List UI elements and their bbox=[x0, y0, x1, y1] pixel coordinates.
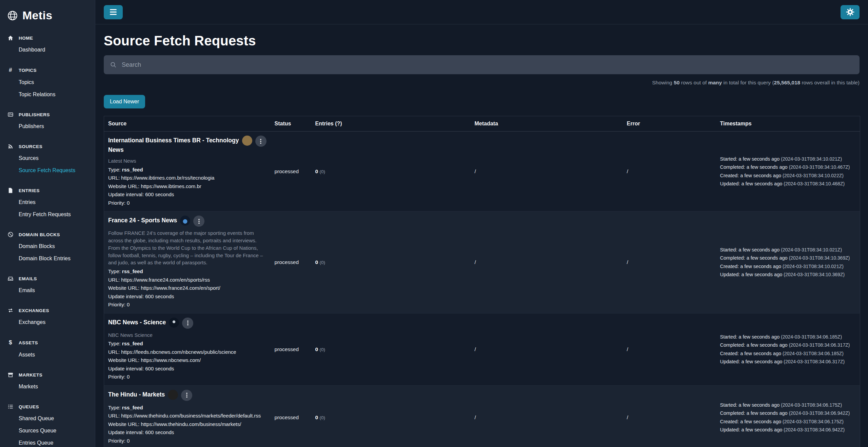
sidebar-item-dashboard[interactable]: Dashboard bbox=[0, 44, 95, 56]
table-row: The Hindu - Markets Type: rss_feed URL: … bbox=[104, 385, 860, 447]
timestamps-cell: Started: a few seconds ago (2024-03-31T0… bbox=[716, 131, 860, 211]
sidebar-section-label: EMAILS bbox=[19, 276, 37, 281]
source-fetch-requests-table: Source Status Entries (?) Metadata Error… bbox=[104, 116, 860, 447]
error-cell: / bbox=[623, 211, 716, 313]
source-update-interval: Update interval: 600 seconds bbox=[108, 428, 267, 437]
sidebar-section-label: QUEUES bbox=[19, 404, 39, 409]
sidebar-section-label: MARKETS bbox=[19, 372, 42, 378]
source-update-interval: Update interval: 600 seconds bbox=[108, 365, 267, 373]
timestamp-updated: Updated: a few seconds ago (2024-03-31T0… bbox=[720, 180, 856, 188]
sidebar-item-entries[interactable]: Entries bbox=[0, 196, 95, 208]
ellipsis-icon bbox=[185, 320, 190, 326]
sidebar: Metis HOME Dashboard # TOPICS Topics Top… bbox=[0, 0, 95, 447]
sidebar-section-assets: $ ASSETS bbox=[0, 337, 95, 349]
timestamp-created: Created: a few seconds ago (2024-03-31T0… bbox=[720, 418, 856, 426]
source-type: Type: rss_feed bbox=[108, 267, 267, 276]
column-header-timestamps: Timestamps bbox=[716, 116, 860, 131]
page-title: Source Fetch Requests bbox=[104, 33, 860, 48]
sidebar-item-topic-relations[interactable]: Topic Relations bbox=[0, 88, 95, 101]
ellipsis-icon bbox=[258, 139, 263, 144]
sidebar-section-emails: EMAILS bbox=[0, 273, 95, 284]
sidebar-section-entries: ENTRIES bbox=[0, 185, 95, 196]
source-priority: Priority: 0 bbox=[108, 437, 267, 445]
timestamp-completed: Completed: a few seconds ago (2024-03-31… bbox=[720, 341, 856, 349]
timestamp-started: Started: a few seconds ago (2024-03-31T0… bbox=[720, 401, 856, 409]
column-header-status: Status bbox=[271, 116, 311, 131]
hamburger-icon bbox=[110, 9, 117, 10]
timestamp-completed: Completed: a few seconds ago (2024-03-31… bbox=[720, 409, 856, 418]
newspaper-icon bbox=[7, 111, 14, 118]
source-website-url: Website URL: https://www.ibtimes.com.br bbox=[108, 182, 267, 191]
timestamp-started: Started: a few seconds ago (2024-03-31T0… bbox=[720, 155, 856, 163]
source-url: URL: https://www.thehindu.com/business/m… bbox=[108, 412, 267, 420]
entries-cell: 0 (0) bbox=[311, 313, 471, 385]
sidebar-item-sources[interactable]: Sources bbox=[0, 152, 95, 164]
timestamp-created: Created: a few seconds ago (2024-03-31T0… bbox=[720, 262, 856, 271]
status-cell: processed bbox=[271, 211, 311, 313]
load-newer-button[interactable]: Load Newer bbox=[104, 95, 145, 108]
type-label: Type: bbox=[108, 167, 121, 172]
sidebar-section-home: HOME bbox=[0, 32, 95, 44]
type-value: rss_feed bbox=[122, 341, 143, 346]
error-cell: / bbox=[623, 385, 716, 447]
type-value: rss_feed bbox=[122, 268, 143, 274]
timestamps-cell: Started: a few seconds ago (2024-03-31T0… bbox=[716, 385, 860, 447]
sidebar-toggle-button[interactable] bbox=[104, 5, 123, 19]
table-row: International Business Times BR - Techno… bbox=[104, 131, 860, 211]
sidebar-item-domain-blocks[interactable]: Domain Blocks bbox=[0, 240, 95, 252]
sidebar-item-domain-block-entries[interactable]: Domain Block Entries bbox=[0, 252, 95, 265]
entries-cell: 0 (0) bbox=[311, 131, 471, 211]
ellipsis-icon bbox=[184, 392, 189, 398]
sidebar-section-label: ASSETS bbox=[19, 340, 38, 345]
timestamp-updated: Updated: a few seconds ago (2024-03-31T0… bbox=[720, 270, 856, 279]
source-cell: International Business Times BR - Techno… bbox=[104, 131, 271, 211]
table-row: NBC News - Science NBC News Science Type… bbox=[104, 313, 860, 385]
sidebar-item-sources-queue[interactable]: Sources Queue bbox=[0, 425, 95, 437]
row-actions-button[interactable] bbox=[255, 136, 267, 147]
table-row: France 24 - Sports News Follow FRANCE 24… bbox=[104, 211, 860, 313]
source-type: Type: rss_feed bbox=[108, 166, 267, 174]
sidebar-item-assets[interactable]: Assets bbox=[0, 349, 95, 361]
sidebar-item-entry-fetch-requests[interactable]: Entry Fetch Requests bbox=[0, 208, 95, 221]
exchange-arrows-icon bbox=[7, 307, 14, 313]
inbox-icon bbox=[7, 276, 14, 282]
sidebar-item-source-fetch-requests[interactable]: Source Fetch Requests bbox=[0, 164, 95, 177]
home-icon bbox=[7, 35, 14, 41]
sidebar-item-topics[interactable]: Topics bbox=[0, 76, 95, 88]
source-cell: France 24 - Sports News Follow FRANCE 24… bbox=[104, 211, 271, 313]
document-icon bbox=[7, 187, 14, 194]
table-header-row: Source Status Entries (?) Metadata Error… bbox=[104, 116, 860, 131]
sidebar-item-exchanges[interactable]: Exchanges bbox=[0, 316, 95, 328]
source-title: The Hindu - Markets bbox=[108, 390, 165, 399]
type-value: rss_feed bbox=[122, 405, 143, 410]
timestamp-updated: Updated: a few seconds ago (2024-03-31T0… bbox=[720, 358, 856, 366]
sidebar-item-emails[interactable]: Emails bbox=[0, 284, 95, 297]
error-cell: / bbox=[623, 131, 716, 211]
timestamp-started: Started: a few seconds ago (2024-03-31T0… bbox=[720, 246, 856, 254]
sidebar-section-publishers: PUBLISHERS bbox=[0, 109, 95, 120]
metadata-cell: / bbox=[471, 211, 623, 313]
source-update-interval: Update interval: 600 seconds bbox=[108, 190, 267, 199]
brand-logo: Metis bbox=[0, 5, 95, 24]
sidebar-item-shared-queue[interactable]: Shared Queue bbox=[0, 412, 95, 425]
sidebar-section-domain-blocks: DOMAIN BLOCKS bbox=[0, 229, 95, 240]
sidebar-item-publishers[interactable]: Publishers bbox=[0, 120, 95, 133]
gear-icon bbox=[846, 7, 855, 17]
search-input[interactable] bbox=[121, 61, 853, 69]
source-website-url: Website URL: https://www.france24.com/en… bbox=[108, 284, 267, 292]
row-actions-button[interactable] bbox=[182, 318, 193, 329]
sidebar-item-entries-queue[interactable]: Entries Queue bbox=[0, 437, 95, 447]
row-actions-button[interactable] bbox=[193, 216, 204, 227]
source-type: Type: rss_feed bbox=[108, 404, 267, 412]
type-value: rss_feed bbox=[122, 167, 143, 172]
rss-icon bbox=[7, 143, 14, 149]
source-title: France 24 - Sports News bbox=[108, 216, 177, 225]
metadata-cell: / bbox=[471, 131, 623, 211]
row-actions-button[interactable] bbox=[181, 390, 192, 401]
error-cell: / bbox=[623, 313, 716, 385]
sidebar-item-markets[interactable]: Markets bbox=[0, 381, 95, 393]
sidebar-section-label: HOME bbox=[19, 36, 33, 41]
source-favicon bbox=[242, 136, 252, 146]
rows-summary: Showing 50 rows out of many in total for… bbox=[104, 80, 860, 86]
settings-button[interactable] bbox=[841, 5, 860, 19]
